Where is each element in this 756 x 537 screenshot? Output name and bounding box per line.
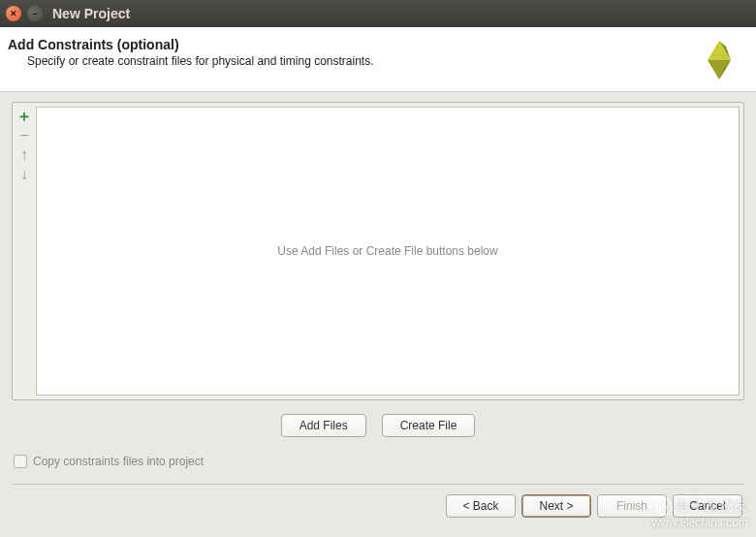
remove-icon: − — [15, 126, 34, 145]
content-area: ＋ − ↑ ↓ Use Add Files or Create File but… — [0, 92, 756, 476]
move-down-icon: ↓ — [15, 165, 34, 184]
svg-marker-2 — [708, 60, 731, 79]
move-up-icon: ↑ — [15, 145, 34, 165]
minimize-window-button[interactable]: – — [27, 6, 43, 21]
copy-constraints-checkbox[interactable] — [14, 455, 27, 468]
page-description: Specify or create constraint files for p… — [27, 54, 374, 68]
add-files-button[interactable]: Add Files — [281, 414, 366, 437]
wizard-header: Add Constraints (optional) Specify or cr… — [0, 27, 756, 92]
add-icon[interactable]: ＋ — [15, 107, 34, 126]
cancel-button[interactable]: Cancel — [673, 494, 742, 518]
file-list-empty: Use Add Files or Create File buttons bel… — [36, 107, 740, 395]
copy-constraints-label: Copy constraints files into project — [33, 455, 204, 468]
file-toolbar: ＋ − ↑ ↓ — [13, 103, 36, 399]
page-title: Add Constraints (optional) — [8, 37, 374, 52]
copy-constraints-row[interactable]: Copy constraints files into project — [12, 455, 744, 468]
back-button[interactable]: < Back — [446, 494, 516, 518]
window-title: New Project — [52, 6, 130, 21]
next-button[interactable]: Next > — [521, 494, 591, 518]
window-titlebar: ✕ – New Project — [0, 0, 756, 27]
empty-placeholder: Use Add Files or Create File buttons bel… — [277, 244, 497, 258]
finish-button: Finish — [597, 494, 667, 518]
vivado-logo-icon — [698, 37, 740, 79]
create-file-button[interactable]: Create File — [382, 414, 476, 437]
constraints-file-panel: ＋ − ↑ ↓ Use Add Files or Create File but… — [12, 102, 744, 400]
file-action-buttons: Add Files Create File — [12, 414, 744, 437]
close-window-button[interactable]: ✕ — [6, 6, 21, 21]
window-controls: ✕ – — [6, 6, 43, 21]
wizard-footer: < Back Next > Finish Cancel — [0, 485, 756, 527]
